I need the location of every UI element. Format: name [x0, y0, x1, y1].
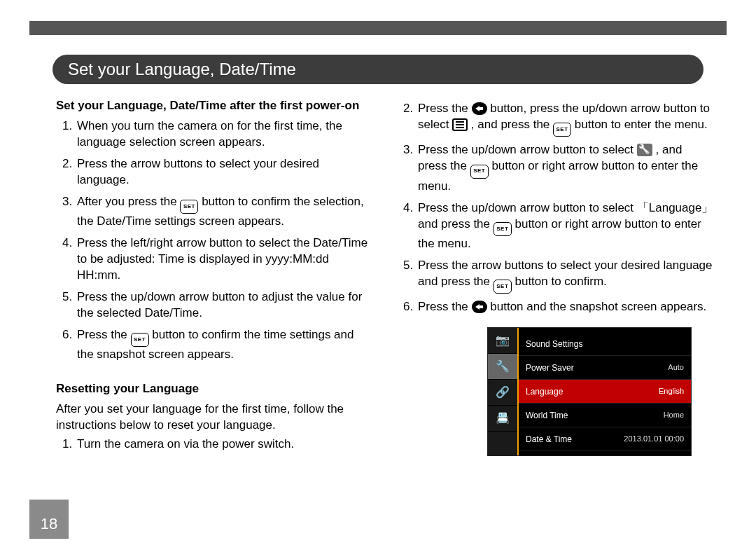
page-number: 18 [41, 515, 57, 533]
camera-menu-row-value: Home [664, 410, 684, 420]
set-button-icon: SET [493, 280, 512, 294]
camera-menu-rows: Sound SettingsPower SaverAutoLanguageEng… [519, 328, 691, 455]
step-item: Press the left/right arrow button to sel… [76, 235, 373, 284]
camera-menu-row: Sound Settings [519, 332, 691, 356]
camera-menu-row-value: English [659, 386, 684, 397]
step-item: Press the arrow buttons to select your d… [416, 258, 714, 294]
camera-menu-row-label: Date & Time [526, 434, 572, 445]
camera-menu-row-value: 2013.01.01 00:00 [624, 434, 684, 444]
section-title-pill: Set your Language, Date/Time [52, 55, 704, 84]
back-button-icon [472, 301, 487, 313]
set-button-icon: SET [493, 222, 512, 236]
step-item: Press the button and the snapshot screen… [416, 299, 714, 315]
section1-steps: When you turn the camera on for the firs… [56, 118, 373, 363]
camera-menu-row-value: Auto [668, 362, 684, 373]
step-item: Press the up/down arrow button to select… [416, 200, 714, 252]
camera-menu-row-label: Sound Settings [526, 338, 582, 350]
camera-menu-row-label: Power Saver [526, 362, 574, 373]
right-column: Press the button, press the up/down arro… [397, 98, 714, 480]
step-item: After you press the SET button to confir… [76, 194, 373, 230]
content-columns: Set your Language, Date/Time after the f… [56, 98, 714, 480]
page-top-bar [29, 21, 727, 35]
camera-menu-tab: 📇 [488, 406, 517, 432]
camera-menu-row-label: World Time [526, 410, 568, 421]
step-item: Press the SET button to confirm the time… [76, 327, 373, 363]
wrench-settings-icon [637, 144, 652, 156]
step-item: When you turn the camera on for the firs… [76, 118, 373, 151]
camera-menu-row: Power SaverAuto [519, 356, 691, 380]
step-item: Press the up/down arrow button to adjust… [76, 289, 373, 322]
left-column: Set your Language, Date/Time after the f… [56, 98, 373, 480]
section2-steps-left: Turn the camera on via the power switch. [56, 436, 373, 453]
step-item: Press the arrow buttons to select your d… [76, 156, 373, 188]
section-title-text: Set your Language, Date/Time [68, 60, 296, 79]
menu-list-icon [452, 118, 468, 131]
step-item: Press the up/down arrow button to select… [416, 142, 714, 194]
step-item: Press the button, press the up/down arro… [416, 101, 714, 137]
set-button-icon: SET [553, 123, 571, 137]
back-button-icon [472, 102, 487, 115]
section2-steps-right: Press the button, press the up/down arro… [397, 101, 714, 315]
camera-menu-tab: 🔧 [488, 354, 517, 380]
set-button-icon: SET [180, 200, 198, 214]
set-button-icon: SET [470, 165, 489, 179]
camera-menu-screenshot: 📷🔧🔗📇 Sound SettingsPower SaverAutoLangua… [488, 328, 691, 455]
camera-menu-row: Date & Time2013.01.01 00:00 [519, 427, 691, 451]
page-number-tab: 18 [29, 500, 69, 539]
camera-menu-row: World TimeHome [519, 404, 691, 427]
step-item: Turn the camera on via the power switch. [76, 436, 373, 453]
camera-menu-tab: 📷 [488, 328, 517, 354]
camera-menu-row: LanguageEnglish [519, 380, 691, 404]
camera-menu-row-label: Language [526, 386, 563, 397]
camera-menu-tab: 🔗 [488, 380, 517, 406]
camera-menu-tabs: 📷🔧🔗📇 [488, 328, 519, 455]
section1-heading: Set your Language, Date/Time after the f… [56, 98, 373, 114]
section2-heading: Resetting your Language [56, 381, 373, 397]
set-button-icon: SET [131, 333, 149, 347]
section2-intro: After you set your language for the firs… [56, 401, 373, 434]
